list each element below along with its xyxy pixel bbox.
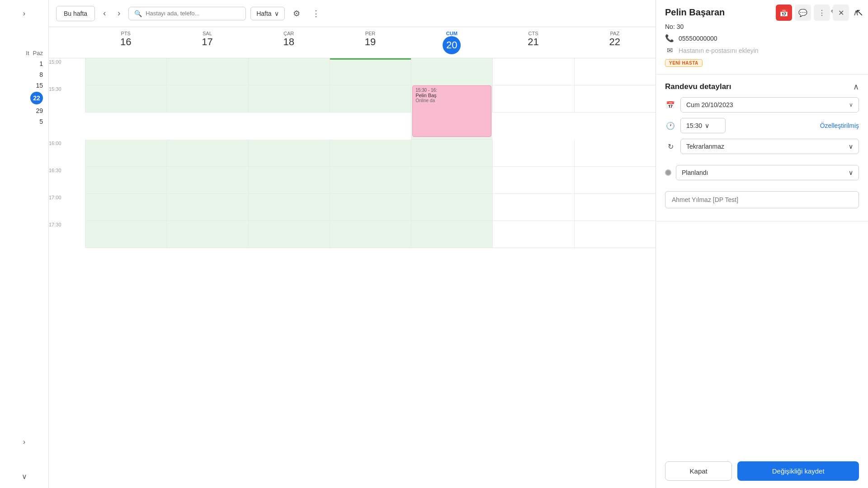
cell-per-1600[interactable] — [330, 140, 411, 167]
cell-cts-1700[interactable] — [492, 194, 574, 221]
cell-paz-1530[interactable] — [574, 85, 656, 113]
appointment-chevron-up-icon: ∧ — [853, 82, 859, 91]
day-num-sal: 17 — [168, 36, 246, 48]
time-row: 🕐 15:30 ∨ Özelleştirilmiş — [665, 118, 859, 133]
gear-icon: ⚙ — [293, 9, 300, 18]
day-num-cum: 20 — [443, 36, 461, 54]
calendar-container: PTS 16 SAL 17 ÇAR 18 PER 19 CUM 20 — [49, 27, 656, 488]
sidebar-expand-btn[interactable]: › — [17, 6, 32, 21]
day-header-per: PER 19 — [330, 27, 411, 58]
cell-car-1530[interactable] — [248, 85, 330, 113]
appointment-patient: Pelin Baş — [415, 93, 488, 98]
cell-car-1600[interactable] — [248, 140, 330, 167]
cell-sal-1600[interactable] — [166, 140, 248, 167]
cell-per-1630[interactable] — [330, 167, 411, 194]
calendar-detail-icon: 📅 — [665, 101, 676, 109]
sidebar-date-1: 1 — [30, 59, 43, 68]
appointment-time: 15:30 - 16: — [415, 88, 488, 93]
cancel-button[interactable]: Kapat — [665, 461, 732, 481]
cell-cts-1500[interactable] — [492, 58, 574, 85]
next-week-btn[interactable]: › — [114, 7, 124, 20]
cell-car-1700[interactable] — [248, 194, 330, 221]
custom-label[interactable]: Özelleştirilmiş — [820, 122, 859, 129]
time-selector[interactable]: 15:30 ∨ — [680, 118, 726, 133]
day-name-cts: CTS — [494, 31, 572, 36]
panel-footer: Kapat Değişikliği kaydet — [656, 454, 868, 488]
sidebar-down-btn[interactable]: ∨ — [17, 469, 32, 483]
cell-pts-1500[interactable] — [85, 58, 166, 85]
cell-sal-1730[interactable] — [166, 221, 248, 248]
new-patient-badge: YENİ HASTA — [665, 59, 703, 67]
cell-per-1530[interactable] — [330, 85, 411, 113]
sidebar-date-22-today: 22 — [30, 92, 43, 104]
cell-car-1730[interactable] — [248, 221, 330, 248]
day-header-pts: PTS 16 — [85, 27, 166, 58]
toolbar: Bu hafta ‹ › 🔍 Hafta ∨ ⚙ ⋮ — [49, 0, 656, 27]
prev-week-btn[interactable]: ‹ — [99, 7, 109, 20]
more-btn[interactable]: ⋮ — [308, 7, 324, 20]
cell-sal-1700[interactable] — [166, 194, 248, 221]
settings-btn[interactable]: ⚙ — [289, 7, 304, 20]
time-chevron-icon: ∨ — [705, 122, 709, 129]
cell-cts-1730[interactable] — [492, 221, 574, 248]
cell-paz-1700[interactable] — [574, 194, 656, 221]
appointment-collapse-btn[interactable]: ∧ — [853, 82, 859, 92]
cell-paz-1600[interactable] — [574, 140, 656, 167]
time-label-1630: 16:30 — [49, 167, 85, 194]
day-name-per: PER — [331, 31, 409, 36]
repeat-chevron-icon: ∨ — [849, 143, 853, 150]
cell-cum-1630[interactable] — [411, 167, 492, 194]
this-week-btn[interactable]: Bu hafta — [56, 6, 95, 21]
day-num-paz: 22 — [576, 36, 654, 48]
doctor-input[interactable] — [665, 191, 859, 208]
cell-per-1500[interactable] — [330, 58, 411, 85]
cell-sal-1500[interactable] — [166, 58, 248, 85]
cell-per-1700[interactable] — [330, 194, 411, 221]
cell-pts-1530[interactable] — [85, 85, 166, 113]
status-selector[interactable]: Planlandı ∨ — [676, 165, 859, 180]
cell-cts-1530[interactable] — [492, 85, 574, 113]
status-value: Planlandı — [682, 169, 708, 176]
right-panel: Pelin Başaran ✎ ↗ ∧ No: 30 📞 05550000000… — [656, 0, 868, 488]
cell-paz-1500[interactable] — [574, 58, 656, 85]
cell-car-1500[interactable] — [248, 58, 330, 85]
day-num-pts: 16 — [87, 36, 165, 48]
cell-cum-1700[interactable] — [411, 194, 492, 221]
day-name-pts: PTS — [87, 31, 165, 36]
cell-pts-1630[interactable] — [85, 167, 166, 194]
search-icon: 🔍 — [134, 10, 142, 17]
cell-sal-1630[interactable] — [166, 167, 248, 194]
view-label: Hafta — [256, 10, 271, 17]
cell-pts-1600[interactable] — [85, 140, 166, 167]
view-selector[interactable]: Hafta ∨ — [250, 7, 284, 20]
cell-sal-1530[interactable] — [166, 85, 248, 113]
cell-cum-1600[interactable] — [411, 140, 492, 167]
cell-paz-1730[interactable] — [574, 221, 656, 248]
cell-cum-1530[interactable]: 15:30 - 16: Pelin Baş Online da — [411, 85, 492, 140]
day-name-cum: CUM — [413, 31, 491, 36]
cell-cum-1730[interactable] — [411, 221, 492, 248]
search-input[interactable] — [146, 10, 240, 17]
cell-pts-1700[interactable] — [85, 194, 166, 221]
cell-paz-1630[interactable] — [574, 167, 656, 194]
sidebar-date-5: 5 — [30, 117, 43, 126]
repeat-selector[interactable]: Tekrarlanmaz ∨ — [680, 139, 859, 154]
appointment-block[interactable]: 15:30 - 16: Pelin Baş Online da — [412, 85, 491, 137]
clock-icon: 🕐 — [665, 122, 676, 130]
cell-per-1730[interactable] — [330, 221, 411, 248]
day-header-cum: CUM 20 — [411, 27, 492, 58]
date-selector[interactable]: Cum 20/10/2023 ∨ — [680, 97, 859, 113]
save-button[interactable]: Değişikliği kaydet — [737, 461, 859, 481]
view-chevron-icon: ∨ — [274, 10, 279, 17]
patient-email-row[interactable]: ✉ Hastanın e-postasını ekleyin — [665, 46, 859, 55]
cell-cts-1630[interactable] — [492, 167, 574, 194]
time-column-header — [49, 27, 85, 58]
cell-pts-1730[interactable] — [85, 221, 166, 248]
cell-cum-1500[interactable] — [411, 58, 492, 85]
patient-email-placeholder: Hastanın e-postasını ekleyin — [679, 47, 759, 54]
cell-car-1630[interactable] — [248, 167, 330, 194]
patient-no-row: No: 30 — [665, 23, 859, 30]
cell-cts-1600[interactable] — [492, 140, 574, 167]
sidebar-date-15: 15 — [30, 81, 43, 90]
sidebar-collapse-btn[interactable]: › — [17, 435, 32, 449]
